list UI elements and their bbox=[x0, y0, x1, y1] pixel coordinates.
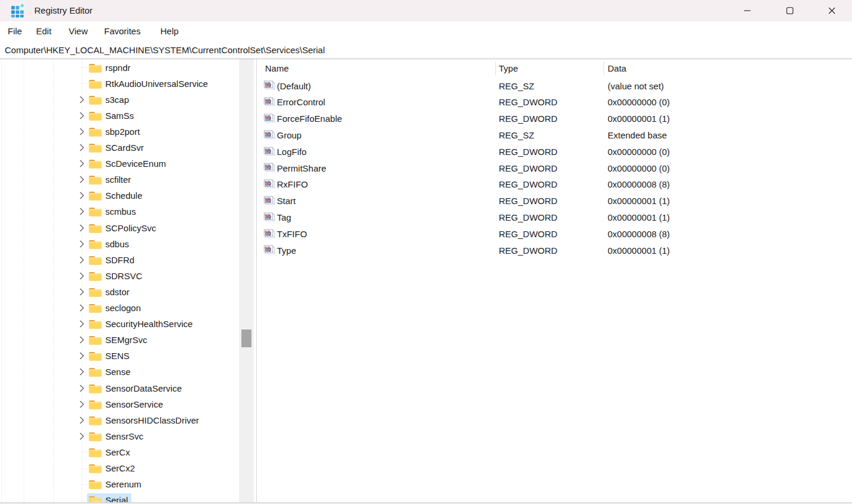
tree-row-inner[interactable]: SensorDataService bbox=[87, 382, 185, 395]
tree-row-seclogon[interactable]: seclogon bbox=[0, 300, 239, 316]
registry-value-row-PermitShare[interactable]: ab 011 110 PermitShare REG_DWORD 0x00000… bbox=[257, 160, 852, 177]
tree-row-SerCx2[interactable]: SerCx2 bbox=[0, 460, 239, 476]
tree-row-Sense[interactable]: Sense bbox=[0, 364, 239, 380]
registry-value-row-TxFIFO[interactable]: ab 011 110 TxFIFO REG_DWORD 0x00000008 (… bbox=[257, 226, 852, 243]
tree-row-inner[interactable]: sbp2port bbox=[87, 125, 143, 138]
menu-item-view[interactable]: View bbox=[69, 21, 88, 41]
tree-row-SCardSvr[interactable]: SCardSvr bbox=[0, 140, 239, 156]
tree-row-inner[interactable]: Sense bbox=[87, 365, 134, 379]
chevron-right-icon[interactable] bbox=[78, 319, 86, 329]
chevron-right-icon[interactable] bbox=[78, 95, 86, 105]
menu-item-help[interactable]: Help bbox=[160, 21, 179, 41]
tree-row-scfilter[interactable]: scfilter bbox=[0, 172, 239, 188]
chevron-right-icon[interactable] bbox=[78, 143, 86, 153]
tree-row-s3cap[interactable]: s3cap bbox=[0, 92, 239, 108]
tree-row-sdbus[interactable]: sdbus bbox=[0, 236, 239, 252]
tree-row-inner[interactable]: scmbus bbox=[87, 205, 140, 218]
tree-row-inner[interactable]: SEMgrSvc bbox=[87, 333, 151, 347]
tree-row-inner[interactable]: SensorsHIDClassDriver bbox=[87, 413, 202, 427]
column-header-data[interactable]: Data bbox=[608, 59, 627, 77]
tree-row-SCPolicySvc[interactable]: SCPolicySvc bbox=[0, 220, 239, 236]
registry-value-row-Start[interactable]: ab 011 110 Start REG_DWORD 0x00000001 (1… bbox=[257, 193, 852, 209]
tree-row-rspndr[interactable]: rspndr bbox=[0, 60, 239, 76]
scrollbar-thumb[interactable] bbox=[241, 329, 251, 347]
chevron-right-icon[interactable] bbox=[78, 383, 86, 393]
maximize-button[interactable] bbox=[776, 0, 803, 21]
value-name[interactable]: PermitShare bbox=[277, 160, 326, 177]
tree-row-SEMgrSvc[interactable]: SEMgrSvc bbox=[0, 332, 239, 348]
chevron-right-icon[interactable] bbox=[78, 111, 86, 121]
chevron-right-icon[interactable] bbox=[78, 415, 86, 425]
tree-row-SensorService[interactable]: SensorService bbox=[0, 396, 239, 412]
value-name[interactable]: TxFIFO bbox=[277, 226, 307, 243]
tree-row-ScDeviceEnum[interactable]: ScDeviceEnum bbox=[0, 156, 239, 172]
tree-row-inner[interactable]: SDFRd bbox=[87, 253, 138, 267]
column-header-name[interactable]: Name bbox=[265, 59, 289, 77]
registry-path[interactable]: Computer\HKEY_LOCAL_MACHINE\SYSTEM\Curre… bbox=[5, 41, 325, 59]
tree-row-sdstor[interactable]: sdstor bbox=[0, 284, 239, 300]
registry-value-row-Tag[interactable]: ab 011 110 Tag REG_DWORD 0x00000001 (1) bbox=[257, 209, 852, 226]
value-name[interactable]: Group bbox=[277, 127, 302, 144]
value-name[interactable]: ErrorControl bbox=[277, 94, 325, 111]
tree-row-inner[interactable]: rspndr bbox=[87, 61, 134, 75]
tree-row-scmbus[interactable]: scmbus bbox=[0, 203, 239, 219]
chevron-right-icon[interactable] bbox=[78, 287, 86, 297]
registry-value-row-Group[interactable]: ab 011 110 Group REG_SZ Extended base bbox=[257, 127, 852, 144]
registry-value-row-ForceFifoEnable[interactable]: ab 011 110 ForceFifoEnable REG_DWORD 0x0… bbox=[257, 111, 852, 127]
tree-row-inner[interactable]: s3cap bbox=[87, 93, 133, 106]
tree-row-sbp2port[interactable]: sbp2port bbox=[0, 124, 239, 140]
menu-item-favorites[interactable]: Favorites bbox=[104, 21, 141, 41]
value-name[interactable]: Tag bbox=[277, 209, 291, 226]
chevron-right-icon[interactable] bbox=[78, 127, 86, 137]
tree-row-inner[interactable]: scfilter bbox=[87, 173, 134, 186]
tree-row-inner[interactable]: Serial bbox=[87, 493, 131, 502]
column-header-type[interactable]: Type bbox=[499, 59, 518, 77]
tree-row-SerCx[interactable]: SerCx bbox=[0, 444, 239, 460]
chevron-right-icon[interactable] bbox=[78, 351, 86, 361]
tree-row-inner[interactable]: ScDeviceEnum bbox=[87, 157, 170, 170]
value-name[interactable]: LogFifo bbox=[277, 144, 306, 160]
tree-row-SamSs[interactable]: SamSs bbox=[0, 108, 239, 124]
chevron-right-icon[interactable] bbox=[78, 190, 86, 201]
chevron-right-icon[interactable] bbox=[78, 335, 86, 345]
chevron-right-icon[interactable] bbox=[78, 175, 86, 185]
column-separator[interactable] bbox=[495, 62, 496, 75]
tree-row-inner[interactable]: SCardSvr bbox=[87, 141, 147, 154]
chevron-right-icon[interactable] bbox=[78, 255, 86, 265]
tree-row-inner[interactable]: SerCx bbox=[87, 445, 134, 459]
tree-row-inner[interactable]: Serenum bbox=[87, 477, 145, 491]
close-button[interactable] bbox=[818, 0, 845, 21]
chevron-right-icon[interactable] bbox=[78, 303, 86, 313]
tree-row-SensrSvc[interactable]: SensrSvc bbox=[0, 428, 239, 444]
registry-value-row-Type[interactable]: ab 011 110 Type REG_DWORD 0x00000001 (1) bbox=[257, 243, 852, 259]
tree-vertical-scrollbar[interactable] bbox=[239, 59, 254, 502]
menu-item-edit[interactable]: Edit bbox=[36, 21, 51, 41]
chevron-right-icon[interactable] bbox=[78, 271, 86, 281]
tree-row-SecurityHealthService[interactable]: SecurityHealthService bbox=[0, 316, 239, 332]
address-bar[interactable]: Computer\HKEY_LOCAL_MACHINE\SYSTEM\Curre… bbox=[0, 41, 852, 59]
tree-row-SENS[interactable]: SENS bbox=[0, 348, 239, 364]
tree-row-Serial[interactable]: Serial bbox=[0, 492, 239, 502]
value-name[interactable]: Type bbox=[277, 243, 296, 259]
tree-row-inner[interactable]: RtkAudioUniversalService bbox=[87, 77, 211, 91]
menu-item-file[interactable]: File bbox=[8, 21, 22, 41]
value-name[interactable]: ForceFifoEnable bbox=[277, 111, 342, 127]
tree-row-inner[interactable]: sdbus bbox=[87, 237, 133, 251]
chevron-right-icon[interactable] bbox=[78, 223, 86, 233]
tree-row-inner[interactable]: SENS bbox=[87, 349, 133, 363]
tree-row-RtkAudioUniversalService[interactable]: RtkAudioUniversalService bbox=[0, 76, 239, 92]
tree-row-Schedule[interactable]: Schedule bbox=[0, 188, 239, 203]
registry-value-row-ErrorControl[interactable]: ab 011 110 ErrorControl REG_DWORD 0x0000… bbox=[257, 94, 852, 111]
minimize-button[interactable] bbox=[734, 0, 761, 21]
value-name[interactable]: Start bbox=[277, 193, 296, 209]
tree-row-SDFRd[interactable]: SDFRd bbox=[0, 252, 239, 268]
value-name[interactable]: (Default) bbox=[277, 78, 311, 95]
tree-row-SensorsHIDClassDriver[interactable]: SensorsHIDClassDriver bbox=[0, 412, 239, 428]
column-separator[interactable] bbox=[604, 62, 604, 75]
registry-value-row-Default[interactable]: ab 011 110 (Default) REG_SZ (value not s… bbox=[257, 78, 852, 95]
tree-row-inner[interactable]: seclogon bbox=[87, 301, 144, 315]
tree-row-inner[interactable]: sdstor bbox=[87, 285, 133, 299]
tree-row-inner[interactable]: SensrSvc bbox=[87, 429, 147, 443]
chevron-right-icon[interactable] bbox=[78, 367, 86, 377]
tree-row-inner[interactable]: SerCx2 bbox=[87, 461, 138, 475]
